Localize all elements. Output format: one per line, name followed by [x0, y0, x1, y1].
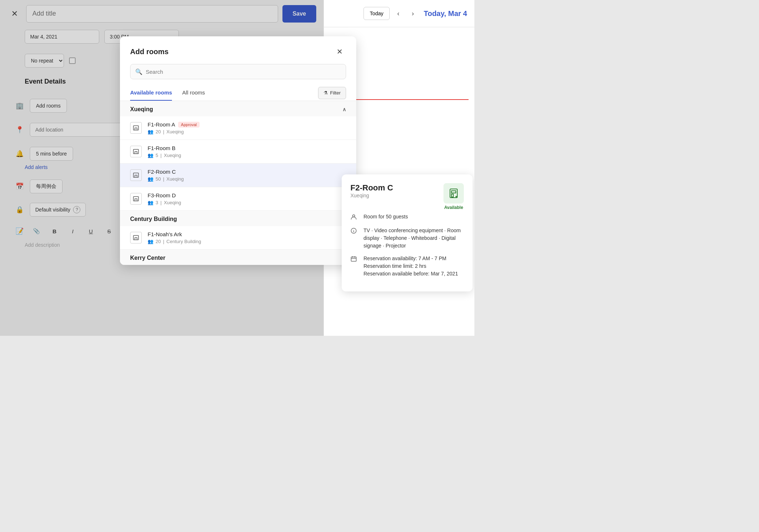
available-badge: Available — [443, 183, 464, 210]
filter-label: Filter — [330, 90, 341, 96]
chevron-up-icon: ∧ — [342, 106, 346, 112]
room-meta: 👥 5 | Xueqing — [148, 153, 346, 158]
section-kerry-center[interactable]: Kerry Center ∨ — [120, 250, 356, 265]
building: Xueqing — [164, 200, 181, 205]
tooltip-guests-icon — [350, 214, 358, 222]
room-icon — [130, 146, 142, 157]
svg-rect-6 — [451, 194, 453, 197]
tooltip-amenities-row: TV · Video conferencing equipment · Room… — [350, 227, 464, 250]
room-name: F1-Room A — [148, 121, 175, 128]
tooltip-location: Xueqing — [350, 193, 393, 198]
room-meta: 👥 50 | Xueqing — [148, 176, 346, 182]
current-time-line — [354, 99, 469, 100]
section-century-label: Century Building — [130, 216, 177, 222]
room-name: F2-Room C — [148, 169, 176, 175]
right-header: Today ‹ › Today, Mar 4 — [324, 0, 474, 27]
tooltip-guests-row: Room for 50 guests — [350, 213, 464, 222]
modal-header: Add rooms ✕ — [120, 36, 356, 64]
tooltip-reservation-text: Reservation availability: 7 AM - 7 PM Re… — [364, 255, 458, 278]
search-bar: 🔍 — [130, 64, 346, 79]
svg-rect-11 — [351, 257, 356, 261]
search-input[interactable] — [130, 64, 346, 79]
room-meta: 👥 20 | Xueqing — [148, 129, 346, 134]
prev-button[interactable]: ‹ — [393, 8, 404, 19]
tab-available-rooms[interactable]: Available rooms — [130, 85, 172, 101]
capacity: 50 — [156, 176, 161, 182]
room-info: F3-Room D 👥 3 | Xueqing — [148, 192, 346, 205]
room-name: F1-Room B — [148, 145, 176, 151]
svg-point-9 — [353, 215, 355, 217]
modal-title: Add rooms — [130, 48, 169, 56]
tooltip-amenities-text: TV · Video conferencing equipment · Room… — [364, 227, 464, 250]
room-icon — [130, 169, 142, 181]
room-info: F1-Room B 👥 5 | Xueqing — [148, 145, 346, 158]
capacity: 5 — [156, 153, 158, 158]
room-item-f2-room-c[interactable]: F2-Room C 👥 50 | Xueqing — [120, 164, 356, 187]
svg-rect-7 — [451, 191, 456, 193]
today-button[interactable]: Today — [364, 7, 389, 20]
people-icon: 👥 — [148, 200, 153, 205]
section-xueqing[interactable]: Xueqing ∧ — [120, 101, 356, 116]
room-icon — [130, 232, 142, 243]
approval-badge: Approval — [178, 122, 200, 128]
search-icon: 🔍 — [135, 68, 142, 75]
room-item-f1-room-a[interactable]: F1-Room A Approval 👥 20 | Xueqing — [120, 116, 356, 140]
people-icon: 👥 — [148, 129, 153, 134]
room-list: Xueqing ∧ F1-Room A Approval 👥 20 | — [120, 101, 356, 265]
capacity: 20 — [156, 129, 161, 134]
room-meta: 👥 20 | Century Building — [148, 239, 346, 244]
room-info: F2-Room C 👥 50 | Xueqing — [148, 169, 346, 182]
tooltip-header: F2-Room C Xueqing Available — [350, 183, 464, 210]
tooltip-calendar-icon — [350, 255, 358, 263]
room-icon — [130, 193, 142, 205]
room-item-f1-room-b[interactable]: F1-Room B 👥 5 | Xueqing — [120, 140, 356, 164]
tab-all-rooms[interactable]: All rooms — [182, 85, 205, 101]
building: Xueqing — [166, 129, 184, 134]
room-info: F1-Noah's Ark 👥 20 | Century Building — [148, 231, 346, 244]
section-century-building[interactable]: Century Building ∧ — [120, 211, 356, 226]
building: Xueqing — [166, 176, 184, 182]
available-text: Available — [444, 205, 463, 210]
people-icon: 👥 — [148, 153, 153, 158]
next-button[interactable]: › — [407, 8, 419, 19]
people-icon: 👥 — [148, 176, 153, 182]
room-tooltip-card: F2-Room C Xueqing Available Room for 50 … — [342, 174, 473, 291]
tooltip-info-icon — [350, 227, 358, 235]
section-kerry-label: Kerry Center — [130, 255, 165, 261]
available-room-icon — [443, 183, 464, 203]
tooltip-guests-text: Room for 50 guests — [364, 213, 408, 221]
svg-point-8 — [455, 196, 457, 197]
tabs-row: Available rooms All rooms ⚗ Filter — [120, 85, 356, 101]
room-name: F1-Noah's Ark — [148, 231, 182, 237]
capacity: 3 — [156, 200, 158, 205]
tooltip-room-name: F2-Room C — [350, 183, 393, 193]
room-name: F3-Room D — [148, 192, 176, 198]
room-item-f3-room-d[interactable]: F3-Room D 👥 3 | Xueqing — [120, 187, 356, 211]
filter-icon: ⚗ — [324, 90, 328, 96]
room-item-noahs-ark[interactable]: F1-Noah's Ark 👥 20 | Century Building — [120, 226, 356, 250]
tooltip-reservation-row: Reservation availability: 7 AM - 7 PM Re… — [350, 255, 464, 278]
room-icon — [130, 122, 142, 134]
building: Century Building — [166, 239, 201, 244]
modal-close-button[interactable]: ✕ — [333, 45, 346, 58]
building: Xueqing — [164, 153, 181, 158]
filter-button[interactable]: ⚗ Filter — [318, 87, 346, 99]
date-label: Today, Mar 4 — [424, 9, 467, 18]
add-rooms-modal: Add rooms ✕ 🔍 Available rooms All rooms … — [120, 36, 356, 265]
section-xueqing-label: Xueqing — [130, 106, 153, 113]
room-info: F1-Room A Approval 👥 20 | Xueqing — [148, 121, 346, 134]
capacity: 20 — [156, 239, 161, 244]
people-icon: 👥 — [148, 239, 153, 244]
room-meta: 👥 3 | Xueqing — [148, 200, 346, 205]
